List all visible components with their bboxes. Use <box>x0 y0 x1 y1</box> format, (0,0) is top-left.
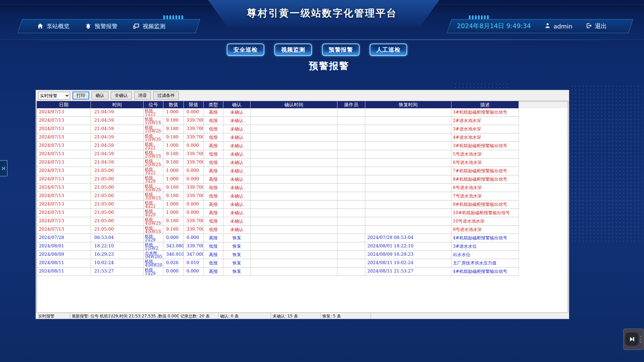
cell-desc: 8#机组励磁柜报警输出信号 <box>451 175 519 184</box>
alarm-row[interactable]: 2024/07/1321:05:00机组4\SW2S9.180339.700低报… <box>37 217 568 226</box>
row-filler <box>519 117 568 125</box>
cell-recover_time: 2024/08/09 16:29:23 <box>365 251 451 259</box>
alarm-row[interactable]: 2024/07/1321:04:59机组1\SW2S9.180339.700低报… <box>37 125 568 133</box>
quick-button-alarm-warning[interactable]: 预警报警 <box>322 44 360 56</box>
home-icon <box>37 23 44 29</box>
cell-ack: 未确认 <box>223 175 251 184</box>
cell-ack_time <box>251 150 337 159</box>
cell-operator <box>337 192 365 200</box>
toolbar-button-mute[interactable]: 消音 <box>134 92 151 100</box>
cell-ack: 未确认 <box>223 167 251 175</box>
cell-recover_time: 2024/08/11 21:53:27 <box>365 267 451 276</box>
alarm-row[interactable]: 2024/07/1321:05:00机组3\I221.0000.000高报未确认… <box>37 167 568 175</box>
cell-ack: 恢复 <box>223 267 251 276</box>
cell-type: 高报 <box>204 251 223 259</box>
cell-tag: 机组2\I29 <box>144 234 163 242</box>
cell-tag: 机组1\SW2 <box>144 242 163 251</box>
alarm-row[interactable]: 2024/07/1321:04:59机组1\SW3S9.180339.700低报… <box>37 133 568 142</box>
alarm-row[interactable]: 2024/08/0916:29:23出水闸\MW295346.910347.00… <box>37 251 568 259</box>
alarm-row[interactable]: 2024/08/1121:53:27机组1\I290.0000.000高报恢复2… <box>37 267 568 276</box>
alarm-row[interactable]: 2024/07/2808:53:04机组2\I290.0000.000高报恢复2… <box>37 234 568 242</box>
quick-button-safety-inspection[interactable]: 安全巡检 <box>227 44 264 56</box>
cell-type: 高报 <box>204 108 223 117</box>
alarm-row[interactable]: 2024/08/0118:22:10机组1\SW2343.080339.700低… <box>37 242 568 251</box>
alarm-row[interactable]: 2024/07/1321:05:00机组4\I291.0000.000高报未确认… <box>37 209 568 217</box>
toolbar-button-ack-all[interactable]: 全确认 <box>111 92 132 100</box>
cell-operator <box>337 184 365 192</box>
logout-button[interactable]: 退出 <box>586 22 607 30</box>
logout-icon <box>586 22 592 29</box>
cell-ack_time <box>251 108 337 117</box>
cell-ack: 未确认 <box>223 217 251 226</box>
column-header: 操作员 <box>337 101 365 108</box>
cell-limit: 339.700 <box>184 133 204 142</box>
tick-mark <box>169 15 171 19</box>
alarm-row[interactable]: 2024/08/1110:02:24机组4\MW200.0260.010低报恢复… <box>37 259 568 267</box>
cell-tag: 机组4\MW20 <box>144 259 163 267</box>
cell-desc: 出水水位 <box>451 251 519 259</box>
alarm-mode-select[interactable]: 实时报警 <box>38 92 70 100</box>
expand-side-panel-button[interactable] <box>0 160 7 176</box>
main-nav: 泵站概览预警报警视频监测 <box>17 19 200 33</box>
cell-operator <box>337 117 365 125</box>
cell-ack: 恢复 <box>223 234 251 242</box>
alarm-row[interactable]: 2024/07/1321:05:00机组3\SW1S9.180339.700低报… <box>37 192 568 200</box>
cell-value: 9.180 <box>163 217 184 226</box>
cell-limit: 339.700 <box>184 159 204 167</box>
cell-value: 9.180 <box>163 192 184 200</box>
cell-value: 343.080 <box>163 242 184 251</box>
cell-value: 1.000 <box>163 175 184 184</box>
session-info: 2024年8月14日 9:49:34 admin 退出 <box>447 19 633 33</box>
cell-date: 2024/07/13 <box>37 117 91 125</box>
info-pill: 2024年8月14日 9:49:34 admin 退出 <box>447 19 633 33</box>
cell-tag: 机组1\SW1S <box>144 117 163 125</box>
tick-mark <box>481 15 483 19</box>
cell-limit: 339.700 <box>184 117 204 125</box>
alarm-row[interactable]: 2024/07/1321:05:00机组3\I291.0000.000高报未确认… <box>37 175 568 184</box>
cell-value: 1.000 <box>163 142 184 150</box>
alarm-row[interactable]: 2024/07/1321:04:59机组1\SW1S9.180339.700低报… <box>37 117 568 125</box>
alarm-panel: 实时报警 打印确认全确认消音过滤条件 日期时间位号数值限值类型确认确认时间操作员… <box>36 90 569 319</box>
cell-limit: 339.700 <box>184 217 204 226</box>
cell-recover_time <box>365 167 451 175</box>
cell-operator <box>337 150 365 159</box>
alarm-row[interactable]: 2024/07/1321:04:59机组2\I221.0000.000高报未确认… <box>37 142 568 150</box>
cell-type: 低报 <box>204 259 223 267</box>
cell-tag: 机组1\I29 <box>144 267 163 276</box>
alarm-row[interactable]: 2024/07/1321:05:00机组4\SW1S9.180339.700低报… <box>37 226 568 234</box>
nav-item-pump-station-overview[interactable]: 泵站概览 <box>37 22 69 30</box>
user-menu[interactable]: admin <box>544 22 572 30</box>
cell-date: 2024/07/13 <box>37 167 91 175</box>
cell-operator <box>337 125 365 133</box>
row-filler <box>519 267 568 276</box>
quick-button-video-monitor[interactable]: 视频监测 <box>274 44 312 56</box>
cell-limit: 0.000 <box>184 175 204 184</box>
alarm-row[interactable]: 2024/07/1321:04:59机组1\I221.0000.000高报未确认… <box>37 108 568 117</box>
cell-ack_time <box>251 184 337 192</box>
alarm-row[interactable]: 2024/07/1321:04:59机组2\SW2S9.180339.700低报… <box>37 159 568 167</box>
cell-type: 低报 <box>204 226 223 234</box>
toolbar-button-ack[interactable]: 确认 <box>92 92 108 100</box>
nav-item-alarm-warning[interactable]: 预警报警 <box>85 22 117 30</box>
toolbar-button-filter[interactable]: 过滤条件 <box>153 92 179 100</box>
alarm-row[interactable]: 2024/07/1321:05:00机组3\SW2S9.180339.700低报… <box>37 184 568 192</box>
top-header: 尊村引黄一级站数字化管理平台 泵站概览预警报警视频监测 2024年8月14日 9… <box>0 0 644 40</box>
tag-line2: 1\SW1S <box>145 121 163 125</box>
quick-button-manual-inspection[interactable]: 人工巡检 <box>370 44 407 56</box>
row-filler <box>519 234 568 242</box>
grid-body: 2024/07/1321:04:59机组1\I221.0000.000高报未确认… <box>37 108 568 276</box>
cell-ack: 未确认 <box>223 108 251 117</box>
status-total-count: 记录总数: 20 条 <box>179 313 218 319</box>
cell-recover_time <box>365 108 451 117</box>
row-filler <box>519 217 568 226</box>
floating-assistant-widget[interactable] <box>623 328 644 350</box>
cell-recover_time <box>365 209 451 217</box>
alarm-row[interactable]: 2024/07/1321:05:00机组4\I221.0000.000高报未确认… <box>37 200 568 209</box>
toolbar-button-print[interactable]: 打印 <box>72 92 89 100</box>
cell-ack: 未确认 <box>223 200 251 209</box>
nav-item-video-monitor[interactable]: 视频监测 <box>133 22 165 30</box>
status-ack-count: 确认: 0 条 <box>218 313 271 319</box>
alarm-row[interactable]: 2024/07/1321:04:59机组2\SW1S9.180339.700低报… <box>37 150 568 159</box>
cell-limit: 0.000 <box>184 142 204 150</box>
datetime-text: 2024年8月14日 9:49:34 <box>457 22 531 31</box>
